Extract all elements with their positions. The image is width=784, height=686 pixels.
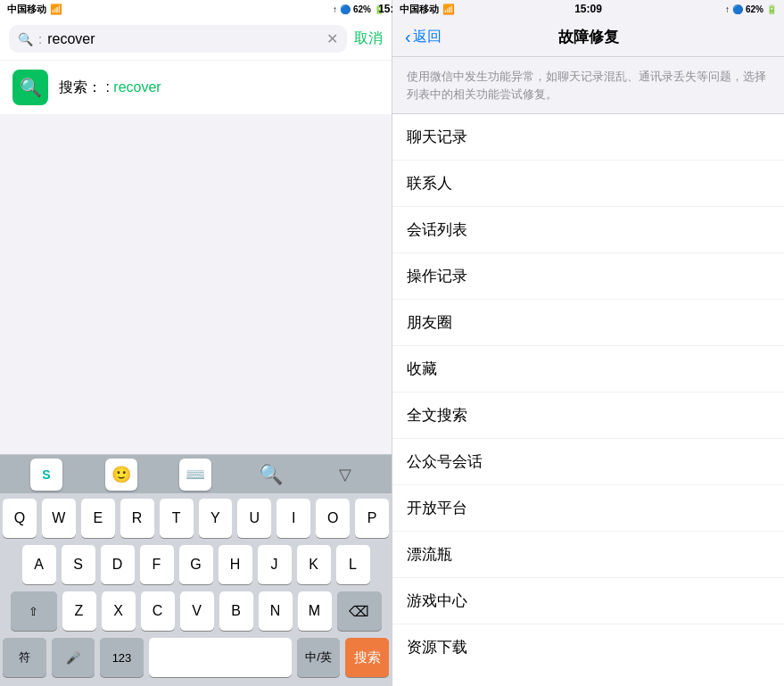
menu-label: 资源下载 — [407, 639, 467, 656]
menu-label: 朋友圈 — [407, 314, 452, 331]
left-status-area: 中国移动 📶 — [7, 3, 62, 16]
key-e[interactable]: E — [81, 499, 115, 538]
keyboard-icon[interactable]: ⌨️ — [179, 459, 211, 491]
search-bar: 🔍 : ✕ 取消 — [0, 18, 392, 60]
collapse-keyboard-icon[interactable]: ▽ — [329, 459, 361, 491]
menu-item-game-center[interactable]: 游戏中心 — [392, 578, 784, 624]
back-button[interactable]: ‹ 返回 — [405, 27, 442, 47]
menu-label: 联系人 — [407, 175, 452, 192]
right-status-left: ↑ 🔵 62% 🔋 — [333, 4, 384, 14]
menu-label: 开放平台 — [407, 500, 467, 517]
chevron-left-icon: ‹ — [405, 27, 411, 47]
key-w[interactable]: W — [42, 499, 76, 538]
emoji-icon[interactable]: 🙂 — [105, 459, 137, 491]
suggestion-keyword: recover — [113, 79, 161, 95]
bluetooth-icon-right: 🔵 — [732, 4, 743, 14]
menu-item-operation-log[interactable]: 操作记录 — [392, 253, 784, 300]
search-suggestion[interactable]: 🔍 搜索： : recover — [0, 61, 392, 114]
key-row-1: Q W E R T Y U I O P — [3, 499, 389, 538]
carrier-right: 中国移动 — [400, 3, 439, 16]
menu-label: 收藏 — [407, 360, 437, 377]
key-shift[interactable]: ⇧ — [11, 591, 57, 631]
page-title: 故障修复 — [558, 27, 619, 47]
key-z[interactable]: Z — [62, 591, 96, 631]
carrier-left: 中国移动 — [7, 3, 46, 16]
cancel-button[interactable]: 取消 — [354, 29, 383, 48]
search-input-wrap[interactable]: 🔍 : ✕ — [9, 25, 347, 53]
menu-item-full-search[interactable]: 全文搜索 — [392, 393, 784, 439]
key-d[interactable]: D — [101, 545, 135, 584]
key-mic[interactable]: 🎤 — [52, 638, 95, 677]
menu-item-contacts[interactable]: 联系人 — [392, 161, 784, 207]
menu-item-drift-bottle[interactable]: 漂流瓶 — [392, 532, 784, 578]
key-k[interactable]: K — [297, 545, 331, 584]
menu-item-conversation-list[interactable]: 会话列表 — [392, 207, 784, 253]
search-results-area — [0, 114, 392, 454]
key-l[interactable]: L — [336, 545, 370, 584]
menu-label: 聊天记录 — [407, 128, 467, 145]
key-u[interactable]: U — [237, 499, 271, 538]
suggestion-search-icon: 🔍 — [12, 70, 48, 105]
menu-item-official-account[interactable]: 公众号会话 — [392, 439, 784, 485]
key-g[interactable]: G — [179, 545, 213, 584]
left-panel: 中国移动 📶 15:11 ↑ 🔵 62% 🔋 🔍 : ✕ 取消 🔍 搜索： : … — [0, 0, 392, 686]
key-f[interactable]: F — [140, 545, 174, 584]
key-b[interactable]: B — [219, 591, 253, 631]
key-backspace[interactable]: ⌫ — [337, 591, 382, 631]
menu-label: 游戏中心 — [407, 592, 467, 609]
battery-left: 62% — [353, 4, 371, 14]
search-input[interactable] — [47, 31, 321, 47]
key-c[interactable]: C — [141, 591, 175, 631]
key-n[interactable]: N — [259, 591, 293, 631]
sogou-icon[interactable]: S — [30, 459, 62, 491]
menu-item-resource-download[interactable]: 资源下载 — [392, 624, 784, 670]
key-m[interactable]: M — [298, 591, 332, 631]
keyboard: Q W E R T Y U I O P A S D F G H J K L ⇧ … — [0, 493, 392, 686]
status-bar-left: 中国移动 📶 15:11 ↑ 🔵 62% 🔋 — [0, 0, 392, 18]
key-t[interactable]: T — [160, 499, 194, 538]
key-y[interactable]: Y — [199, 499, 233, 538]
key-x[interactable]: X — [102, 591, 136, 631]
wifi-icon-left: 📶 — [50, 4, 62, 15]
key-v[interactable]: V — [180, 591, 214, 631]
time-right: 15:09 — [574, 3, 602, 15]
key-symbol[interactable]: 符 — [3, 638, 46, 677]
key-search[interactable]: 搜索 — [345, 638, 389, 677]
key-i[interactable]: I — [276, 499, 310, 538]
keyboard-toolbar: S 🙂 ⌨️ 🔍 ▽ — [0, 454, 392, 493]
location-icon-left: ↑ — [333, 4, 337, 14]
menu-label: 全文搜索 — [407, 407, 467, 424]
key-r[interactable]: R — [120, 499, 154, 538]
key-p[interactable]: P — [355, 499, 389, 538]
key-j[interactable]: J — [258, 545, 292, 584]
search-colon: : — [38, 31, 42, 46]
search-icon: 🔍 — [18, 32, 33, 46]
key-num[interactable]: 123 — [100, 638, 144, 677]
status-bar-right: 中国移动 📶 15:09 ↑ 🔵 62% 🔋 — [392, 0, 784, 18]
menu-list: 聊天记录 联系人 会话列表 操作记录 朋友圈 收藏 全文搜索 公众号会话 开放平… — [392, 114, 784, 686]
key-row-3: ⇧ Z X C V B N M ⌫ — [3, 591, 389, 631]
menu-item-open-platform[interactable]: 开放平台 — [392, 485, 784, 532]
wifi-icon-right: 📶 — [442, 4, 455, 15]
nav-bar: ‹ 返回 故障修复 — [392, 18, 784, 57]
right-icons-right: ↑ 🔵 62% 🔋 — [725, 4, 777, 14]
key-spacebar[interactable] — [149, 638, 292, 677]
key-o[interactable]: O — [316, 499, 350, 538]
suggestion-text: 搜索： : recover — [59, 79, 161, 97]
bluetooth-icon-left: 🔵 — [340, 4, 351, 14]
key-s[interactable]: S — [62, 545, 95, 584]
menu-label: 操作记录 — [407, 268, 467, 285]
key-h[interactable]: H — [219, 545, 252, 584]
menu-item-favorites[interactable]: 收藏 — [392, 346, 784, 393]
menu-label: 漂流瓶 — [407, 546, 452, 563]
key-lang[interactable]: 中/英 — [297, 638, 341, 677]
key-row-2: A S D F G H J K L — [3, 545, 389, 584]
key-a[interactable]: A — [22, 545, 56, 584]
battery-right: 62% — [746, 4, 763, 14]
menu-item-chat-history[interactable]: 聊天记录 — [392, 114, 784, 161]
key-q[interactable]: Q — [3, 499, 37, 538]
search-toolbar-icon[interactable]: 🔍 — [254, 459, 286, 491]
menu-item-moments[interactable]: 朋友圈 — [392, 300, 784, 346]
search-icon-white: 🔍 — [20, 77, 42, 98]
clear-icon[interactable]: ✕ — [326, 30, 338, 47]
